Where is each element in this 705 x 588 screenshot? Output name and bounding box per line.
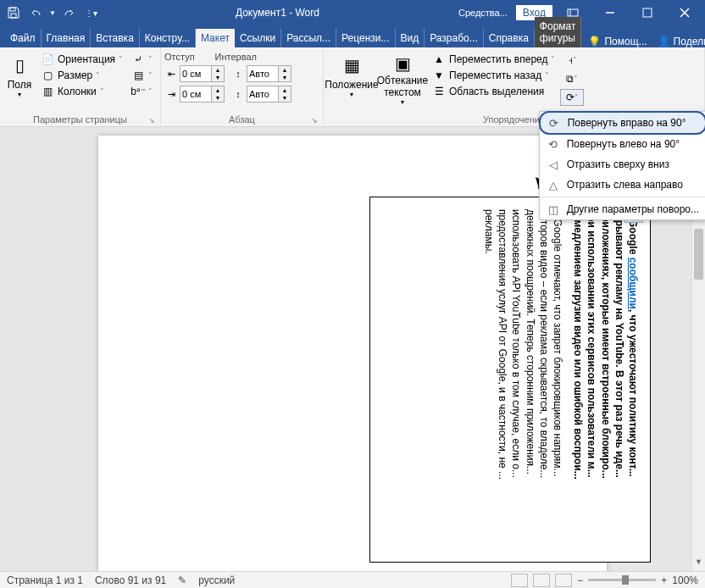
- print-layout-icon[interactable]: [533, 574, 550, 587]
- page-setup-group[interactable]: Параметры страницы: [3, 113, 157, 126]
- rotated-text-content: В Google сообщили, что ужесточают полити…: [370, 197, 652, 563]
- flip-horizontal[interactable]: △Отразить слева направо: [540, 175, 705, 195]
- zoom-level[interactable]: 100%: [672, 574, 698, 586]
- rotate-button[interactable]: ⟳: [560, 89, 584, 106]
- flip-vertical[interactable]: ◁Отразить сверху вниз: [540, 154, 705, 175]
- send-backward-button[interactable]: ▼Переместить назад: [429, 68, 558, 83]
- line-numbers-button[interactable]: ▤: [128, 68, 156, 83]
- language-indicator[interactable]: русский: [198, 574, 235, 586]
- share-button[interactable]: 👤 Поделиться: [658, 36, 705, 47]
- proofing-icon[interactable]: ✎: [178, 574, 186, 586]
- indent-left-input[interactable]: ▲▼: [180, 65, 225, 82]
- minimize-icon[interactable]: [593, 0, 627, 25]
- scroll-thumb[interactable]: [694, 229, 703, 280]
- indent-right-input[interactable]: ▲▼: [180, 86, 225, 103]
- indent-left-icon: ⇤: [164, 67, 178, 80]
- titlebar: ▼ ⋮▾ Документ1 - Word Средства... Вход: [0, 0, 705, 25]
- word-count[interactable]: Слово 91 из 91: [95, 574, 166, 586]
- rotate-menu: ⟳Повернуть вправо на 90° ⟲Повернуть влев…: [539, 111, 705, 220]
- svg-rect-0: [10, 8, 15, 11]
- spacing-label: Интервал: [215, 50, 257, 64]
- svg-rect-1: [11, 14, 16, 18]
- tab-home[interactable]: Главная: [42, 29, 92, 47]
- rotate-right-90[interactable]: ⟳Повернуть вправо на 90°: [539, 111, 705, 135]
- indent-right-icon: ⇥: [164, 87, 178, 101]
- redo-icon[interactable]: [59, 3, 80, 23]
- more-rotate-options[interactable]: ◫Другие параметры поворо...: [540, 199, 705, 219]
- rotate-left-90[interactable]: ⟲Повернуть влево на 90°: [540, 134, 705, 154]
- svg-rect-2: [568, 9, 578, 16]
- document-title: Документ1 - Word: [102, 7, 453, 19]
- zoom-in[interactable]: +: [661, 574, 667, 586]
- flip-h-icon: △: [547, 178, 560, 191]
- bring-forward-button[interactable]: ▲Переместить вперед: [429, 52, 558, 67]
- paragraph-group[interactable]: Абзац: [164, 113, 319, 126]
- more-rotate-icon: ◫: [547, 202, 560, 216]
- close-icon[interactable]: [668, 0, 702, 25]
- align-button[interactable]: ⫞: [560, 52, 584, 69]
- flip-v-icon: ◁: [547, 158, 560, 171]
- tab-file[interactable]: Файл: [5, 29, 42, 47]
- space-before-input[interactable]: ▲▼: [247, 65, 291, 82]
- rotate-left-icon: ⟲: [547, 137, 560, 151]
- page-indicator[interactable]: Страница 1 из 1: [7, 574, 83, 586]
- tab-design[interactable]: Констру...: [140, 29, 196, 47]
- tab-view[interactable]: Вид: [396, 29, 425, 47]
- tab-help[interactable]: Справка: [484, 29, 535, 47]
- tab-references[interactable]: Ссылки: [235, 29, 281, 47]
- hyphenation-button[interactable]: bᵃ⁻: [128, 84, 156, 99]
- position-button[interactable]: ▦Положение▾: [327, 50, 376, 106]
- tab-insert[interactable]: Вставка: [91, 29, 140, 47]
- undo-dropdown[interactable]: ▼: [47, 9, 58, 17]
- tab-format[interactable]: Формат фигуры: [535, 17, 582, 47]
- undo-icon[interactable]: [25, 3, 46, 23]
- size-button[interactable]: ▢Размер: [37, 68, 126, 83]
- qat-customize[interactable]: ⋮▾: [81, 3, 102, 23]
- tools-label: Средства...: [453, 8, 513, 18]
- selection-pane-button[interactable]: ☰Область выделения: [429, 84, 558, 99]
- tab-developer[interactable]: Разрабо...: [425, 29, 484, 47]
- space-after-input[interactable]: ▲▼: [247, 86, 291, 103]
- margins-button[interactable]: ▯Поля▾: [3, 50, 36, 106]
- tell-me[interactable]: 💡 Помощ...: [588, 36, 647, 47]
- space-before-icon: ↕: [231, 67, 245, 80]
- tab-layout[interactable]: Макет: [196, 29, 235, 47]
- indent-label: Отступ: [164, 50, 195, 64]
- text-frame[interactable]: ▣ В Google сообщили, что ужесточают поли…: [369, 197, 651, 563]
- breaks-button[interactable]: ⤶: [128, 52, 156, 67]
- read-mode-icon[interactable]: [511, 574, 528, 587]
- tab-review[interactable]: Рецензи...: [336, 29, 395, 47]
- ribbon-tabs: Файл Главная Вставка Констру... Макет Сс…: [0, 25, 705, 47]
- tab-mailings[interactable]: Рассыл...: [281, 29, 336, 47]
- svg-rect-3: [643, 8, 652, 17]
- columns-button[interactable]: ▥Колонки: [37, 84, 126, 99]
- zoom-slider[interactable]: [588, 579, 656, 581]
- zoom-out[interactable]: −: [577, 574, 583, 586]
- save-icon[interactable]: [3, 3, 24, 23]
- statusbar: Страница 1 из 1 Слово 91 из 91 ✎ русский…: [0, 571, 705, 588]
- maximize-icon[interactable]: [630, 0, 664, 25]
- rotate-right-icon: ⟳: [547, 116, 561, 130]
- space-after-icon: ↕: [231, 87, 245, 101]
- scroll-down-icon[interactable]: ▼: [692, 557, 705, 571]
- group-button[interactable]: ⧉: [560, 70, 584, 87]
- orientation-button[interactable]: 📄Ориентация: [37, 52, 126, 67]
- web-layout-icon[interactable]: [555, 574, 572, 587]
- wrap-text-button[interactable]: ▣Обтекание текстом▾: [378, 50, 427, 106]
